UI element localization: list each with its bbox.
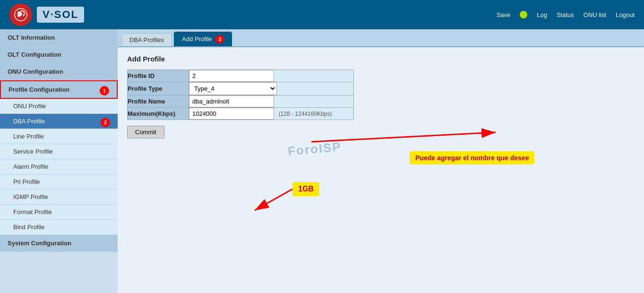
sidebar-item-dba-profile[interactable]: DBA Profile 2 xyxy=(0,114,118,129)
page-title: Add Profile xyxy=(127,55,635,63)
sidebar-item-alarm-profile[interactable]: Alarm Profile xyxy=(0,159,118,174)
tab-add-profile[interactable]: Add Profile 3 xyxy=(174,32,232,46)
sidebar-item-olt-config[interactable]: OLT Configuration xyxy=(0,46,118,63)
profile-type-input-cell: Type_1 Type_2 Type_3 Type_4 Type_5 xyxy=(189,82,354,95)
maximum-input-cell: (128 - 1244160Kbps) xyxy=(189,108,354,120)
sidebar: OLT Information OLT Configuration ONU Co… xyxy=(0,29,118,293)
add-profile-form: Profile ID Profile Type Type_1 Type_2 Ty… xyxy=(127,69,354,120)
profile-type-row: Profile Type Type_1 Type_2 Type_3 Type_4… xyxy=(128,82,354,95)
page-content: Add Profile Profile ID Profile Type Type… xyxy=(118,47,644,293)
maximum-input[interactable] xyxy=(189,108,274,120)
header: V·SOL Save Log Status ONU list Logout xyxy=(0,0,644,29)
profile-name-input-cell xyxy=(189,95,354,108)
profile-type-label: Profile Type xyxy=(128,82,189,95)
sidebar-item-olt-info[interactable]: OLT Information xyxy=(0,29,118,46)
maximum-range-text: (128 - 1244160Kbps) xyxy=(279,111,332,117)
profile-name-annotation: Puede agregar el nombre que desee xyxy=(410,151,534,164)
sidebar-item-service-profile[interactable]: Service Profile xyxy=(0,144,118,159)
profile-id-input-cell xyxy=(189,70,354,82)
profile-id-row: Profile ID xyxy=(128,70,354,82)
sidebar-item-system-config[interactable]: System Configuration xyxy=(0,235,118,252)
logo-icon xyxy=(9,3,32,26)
maximum-row: Maximum(Kbps) (128 - 1244160Kbps) xyxy=(128,108,354,120)
profile-name-label: Profile Name xyxy=(128,95,189,108)
dba-profile-badge: 2 xyxy=(101,118,110,127)
sidebar-item-igmp-profile[interactable]: IGMP Profile xyxy=(0,190,118,205)
tab-dba-profiles[interactable]: DBA Profiles xyxy=(121,33,172,46)
sidebar-item-pri-profile[interactable]: Pri Profile xyxy=(0,174,118,190)
log-link[interactable]: Log xyxy=(537,11,547,18)
sidebar-item-onu-profile[interactable]: ONU Profile xyxy=(0,99,118,114)
forosp-watermark: ForoISP xyxy=(287,139,342,159)
add-profile-tab-badge: 3 xyxy=(215,35,224,43)
logo-text: V·SOL xyxy=(37,7,84,23)
tabs-bar: DBA Profiles Add Profile 3 xyxy=(118,29,644,47)
content-area: DBA Profiles Add Profile 3 Add Profile P… xyxy=(118,29,644,293)
commit-button[interactable]: Commit xyxy=(127,126,164,138)
save-button[interactable]: Save xyxy=(497,11,511,18)
sidebar-item-format-profile[interactable]: Format Profile xyxy=(0,205,118,220)
profile-name-row: Profile Name xyxy=(128,95,354,108)
maximum-label: Maximum(Kbps) xyxy=(128,108,189,120)
status-link[interactable]: Status xyxy=(557,11,574,18)
logo-area: V·SOL xyxy=(9,3,84,26)
profile-id-label: Profile ID xyxy=(128,70,189,82)
status-indicator xyxy=(520,11,527,18)
svg-line-2 xyxy=(311,132,496,142)
profile-type-select[interactable]: Type_1 Type_2 Type_3 Type_4 Type_5 xyxy=(189,82,277,95)
logout-link[interactable]: Logout xyxy=(616,11,635,18)
sidebar-item-bind-profile[interactable]: Bind Profile xyxy=(0,220,118,235)
header-right: Save Log Status ONU list Logout xyxy=(497,11,635,18)
one-gb-annotation: 1GB xyxy=(292,182,319,196)
onu-list-link[interactable]: ONU list xyxy=(584,11,606,18)
sidebar-item-profile-config[interactable]: Profile Configuration 1 xyxy=(0,80,118,99)
sidebar-item-onu-config[interactable]: ONU Configuration xyxy=(0,63,118,80)
sidebar-item-line-profile[interactable]: Line Profile xyxy=(0,129,118,144)
main-layout: OLT Information OLT Configuration ONU Co… xyxy=(0,29,644,293)
profile-name-input[interactable] xyxy=(189,95,274,107)
profile-id-input[interactable] xyxy=(189,70,274,82)
svg-line-4 xyxy=(255,189,292,210)
profile-config-badge: 1 xyxy=(100,86,109,95)
